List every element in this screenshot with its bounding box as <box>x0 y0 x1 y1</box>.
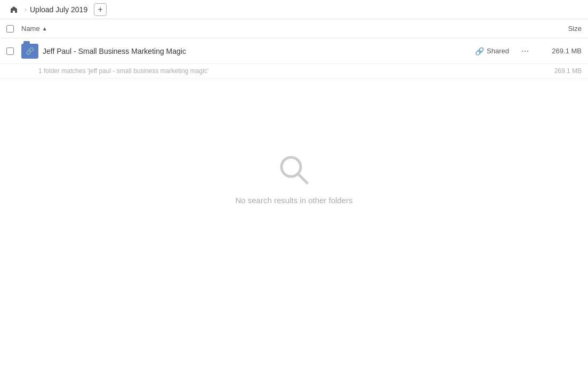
search-empty-icon <box>277 153 311 187</box>
header: › Upload July 2019 + <box>0 0 588 19</box>
match-summary-text: 1 folder matches 'jeff paul - small busi… <box>38 67 208 75</box>
folder-name: Jeff Paul - Small Business Marketing Mag… <box>43 47 475 55</box>
folder-icon: 🔗 <box>21 43 38 60</box>
name-column-header[interactable]: Name ▲ <box>21 25 528 33</box>
match-summary-row: 1 folder matches 'jeff paul - small busi… <box>0 64 588 78</box>
more-options-icon: ··· <box>521 45 529 57</box>
name-column-label: Name <box>21 25 40 33</box>
shared-label: Shared <box>487 47 509 55</box>
breadcrumb-separator: › <box>25 6 27 13</box>
svg-line-1 <box>298 174 307 183</box>
link-icon: 🔗 <box>26 47 34 55</box>
size-column-header: Size <box>528 25 582 33</box>
home-button[interactable] <box>6 2 21 17</box>
row-checkbox-container[interactable] <box>6 47 21 55</box>
more-options-button[interactable]: ··· <box>518 44 533 59</box>
add-button[interactable]: + <box>94 3 107 16</box>
select-all-checkbox-container[interactable] <box>6 25 21 33</box>
folder-size: 269.1 MB <box>539 47 582 55</box>
empty-state: No search results in other folders <box>0 153 588 205</box>
column-header: Name ▲ Size <box>0 19 588 38</box>
breadcrumb-title: Upload July 2019 <box>30 5 87 14</box>
match-summary-size: 269.1 MB <box>554 67 582 75</box>
shared-badge: 🔗 Shared <box>475 47 509 55</box>
select-all-checkbox[interactable] <box>6 25 14 33</box>
row-checkbox[interactable] <box>6 47 14 55</box>
folder-row[interactable]: 🔗 Jeff Paul - Small Business Marketing M… <box>0 38 588 64</box>
sort-arrow-icon: ▲ <box>42 26 47 31</box>
shared-link-icon: 🔗 <box>475 47 484 55</box>
empty-state-label: No search results in other folders <box>235 196 352 205</box>
